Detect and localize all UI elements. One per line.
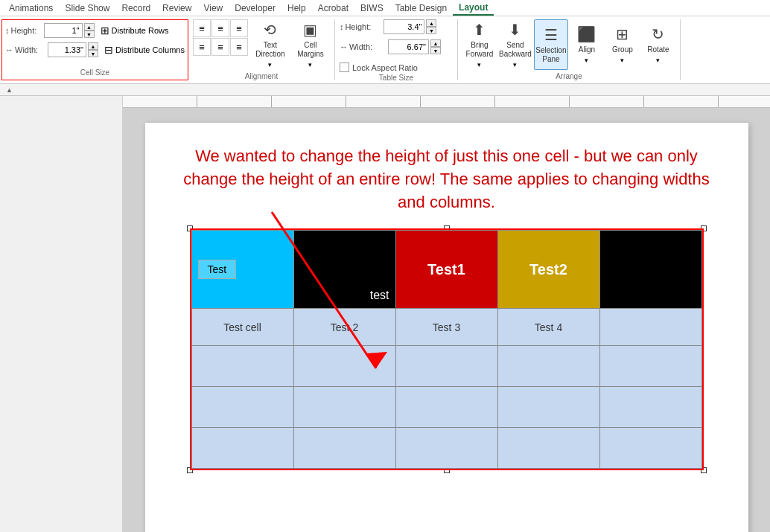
ribbon-content: ↕ Height: ▲ ▼ ⊞ Distribute Rows ↔ Width: (0, 16, 770, 83)
align-top-center[interactable]: ≡ (211, 19, 229, 37)
cell-margins-icon: ▣ (303, 21, 317, 39)
group-label: Group (612, 45, 633, 54)
ts-width-up[interactable]: ▲ (430, 39, 441, 47)
width-up[interactable]: ▲ (88, 42, 98, 50)
ts-height-spinner[interactable]: ▲ ▼ (426, 19, 436, 34)
height-spinner[interactable]: ▲ ▼ (84, 23, 95, 38)
ts-height-down[interactable]: ▼ (426, 27, 436, 34)
table-cell-3-2[interactable] (293, 346, 395, 387)
distribute-rows-btn[interactable]: ⊞ Distribute Rows (101, 25, 169, 36)
group-button[interactable]: ⊞ Group ▾ (605, 19, 640, 70)
height-down[interactable]: ▼ (84, 31, 95, 38)
table-cell-5-1[interactable] (191, 428, 293, 469)
left-panel (0, 96, 123, 532)
table-cell-5-4[interactable] (497, 428, 599, 469)
table-row-2: Test cell Test 2 Test 3 Test 4 (191, 309, 701, 346)
align-button[interactable]: ⬛ Align ▾ (570, 19, 604, 70)
table-row-4 (191, 387, 701, 428)
table-cell-2-2[interactable]: Test 2 (293, 309, 395, 346)
menu-acrobat[interactable]: Acrobat (312, 1, 354, 15)
width-icon: ↔ (5, 45, 13, 54)
table-cell-3-1[interactable] (191, 346, 293, 387)
height-label: Height: (11, 26, 42, 35)
menu-table-design[interactable]: Table Design (389, 1, 453, 15)
test-lowercase: test (370, 289, 389, 301)
table-cell-5-5[interactable] (599, 428, 701, 469)
text-direction-arrow: ▾ (268, 61, 272, 68)
align-top-right[interactable]: ≡ (230, 19, 248, 37)
align-top-left[interactable]: ≡ (193, 19, 211, 37)
rotate-button[interactable]: ↻ Rotate ▾ (641, 19, 675, 70)
test-label: Test (192, 254, 293, 285)
menu-record[interactable]: Record (115, 1, 156, 15)
menu-review[interactable]: Review (156, 1, 197, 15)
table-cell-1-3[interactable]: Test1 (395, 231, 497, 309)
table-cell-2-3[interactable]: Test 3 (395, 309, 497, 346)
table-cell-2-1[interactable]: Test cell (191, 309, 293, 346)
ts-width-spinner[interactable]: ▲ ▼ (430, 39, 441, 54)
table-cell-1-4[interactable]: Test2 (497, 231, 599, 309)
ts-width-input[interactable] (388, 39, 429, 54)
cell-margins-label: CellMargins (297, 41, 324, 59)
menu-biws[interactable]: BIWS (354, 1, 389, 15)
lock-label: Lock Aspect Ratio (352, 63, 418, 72)
table-cell-2-5[interactable] (599, 309, 701, 346)
table-cell-5-2[interactable] (293, 428, 395, 469)
table-selection-border: Test test Test1 Test2 (190, 228, 704, 470)
table-cell-1-2[interactable]: test (293, 231, 395, 309)
table-cell-4-1[interactable] (191, 387, 293, 428)
table-cell-3-3[interactable] (395, 346, 497, 387)
width-spinner[interactable]: ▲ ▼ (88, 42, 98, 57)
menu-animations[interactable]: Animations (3, 1, 59, 15)
height-input[interactable] (44, 23, 83, 38)
slide-area: We wanted to change the height of just t… (0, 96, 770, 532)
table-size-group: ↕ Height: ▲ ▼ ↔ Width: ▲ ▼ (335, 19, 458, 80)
width-down[interactable]: ▼ (88, 50, 98, 57)
test-text: Test (198, 260, 237, 279)
rotate-arrow: ▾ (656, 57, 660, 64)
lock-checkbox[interactable] (340, 63, 349, 72)
ts-width-icon: ↔ (340, 42, 348, 51)
menu-slideshow[interactable]: Slide Show (59, 1, 115, 15)
table-cell-3-5[interactable] (599, 346, 701, 387)
align-label: Align (579, 45, 595, 54)
slide: We wanted to change the height of just t… (145, 123, 748, 532)
ts-height-label: Height: (345, 22, 382, 31)
table-container: Test test Test1 Test2 (190, 228, 704, 470)
table-cell-3-4[interactable] (497, 346, 599, 387)
align-middle-left[interactable]: ≡ (193, 38, 211, 56)
table-cell-5-3[interactable] (395, 428, 497, 469)
table-cell-4-4[interactable] (497, 387, 599, 428)
text-direction-button[interactable]: ⟲ TextDirection ▾ (251, 19, 290, 70)
table-cell-1-5[interactable] (599, 231, 701, 309)
table-cell-2-4[interactable]: Test 4 (497, 309, 599, 346)
align-middle-center[interactable]: ≡ (211, 38, 229, 56)
selection-pane-button[interactable]: ☰ Selection Pane (534, 19, 568, 70)
group-icon: ⊞ (616, 25, 629, 43)
table-cell-4-5[interactable] (599, 387, 701, 428)
menu-developer[interactable]: Developer (229, 1, 281, 15)
cell-margins-button[interactable]: ▣ CellMargins ▾ (291, 19, 330, 70)
table-cell-4-2[interactable] (293, 387, 395, 428)
main-content: We wanted to change the height of just t… (123, 96, 770, 532)
lock-row: Lock Aspect Ratio (340, 63, 418, 72)
height-up[interactable]: ▲ (84, 23, 95, 31)
ts-height-input[interactable] (384, 19, 424, 34)
table-cell-4-3[interactable] (395, 387, 497, 428)
table-cell-1-1[interactable]: Test (191, 231, 293, 309)
menu-layout[interactable]: Layout (453, 1, 494, 16)
collapse-icon: ▲ (6, 86, 13, 94)
ts-height-icon: ↕ (340, 22, 344, 31)
cell-size-group: ↕ Height: ▲ ▼ ⊞ Distribute Rows ↔ Width: (1, 19, 188, 80)
menu-help[interactable]: Help (281, 1, 312, 15)
width-input[interactable] (48, 42, 86, 57)
main-table: Test test Test1 Test2 (191, 230, 702, 469)
distribute-cols-btn[interactable]: ⊟ Distribute Columns (104, 44, 185, 56)
ts-width-down[interactable]: ▼ (430, 47, 441, 54)
ribbon-collapse[interactable]: ▲ (0, 84, 770, 96)
align-middle-right[interactable]: ≡ (230, 38, 248, 56)
menu-view[interactable]: View (197, 1, 229, 15)
send-backward-button[interactable]: ⬇ Send Backward ▾ (498, 19, 532, 70)
bring-forward-button[interactable]: ⬆ Bring Forward ▾ (462, 19, 497, 70)
ts-height-up[interactable]: ▲ (426, 19, 436, 27)
